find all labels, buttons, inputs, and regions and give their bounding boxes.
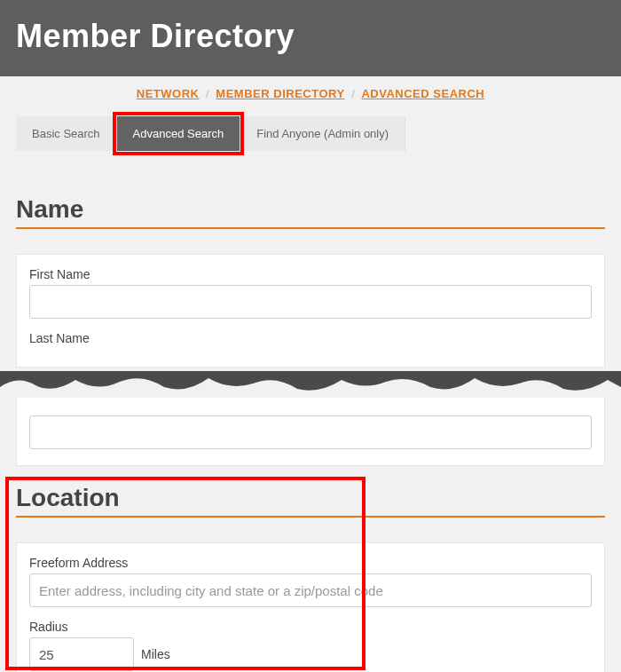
last-name-label: Last Name [29,331,592,345]
page-header: Member Directory [0,0,621,76]
obscured-input[interactable] [29,415,592,449]
radius-row: Miles [29,637,592,671]
location-section: Location Freeform Address Radius Miles [0,466,621,672]
breadcrumb-directory[interactable]: MEMBER DIRECTORY [216,87,344,100]
radius-label: Radius [29,620,592,634]
tab-advanced-search[interactable]: Advanced Search [117,116,241,151]
tab-find-anyone-admin[interactable]: Find Anyone (Admin only) [240,116,405,151]
freeform-address-input[interactable] [29,573,592,607]
radius-input[interactable] [29,637,134,671]
location-card: Freeform Address Radius Miles [16,542,605,672]
location-section-title: Location [16,484,605,518]
radius-unit: Miles [141,647,170,661]
obscured-label [29,398,592,410]
breadcrumb-advanced[interactable]: ADVANCED SEARCH [361,87,484,100]
name-card: First Name Last Name [16,254,605,368]
partial-card [16,398,605,466]
first-name-label: First Name [29,267,592,281]
torn-edge-decoration [0,371,621,398]
tab-basic-search[interactable]: Basic Search [16,116,117,151]
name-section-title: Name [16,195,605,229]
name-section: Name First Name Last Name [0,151,621,368]
address-label: Freeform Address [29,556,592,570]
breadcrumb-separator: / [351,87,355,100]
breadcrumb-network[interactable]: NETWORK [137,87,200,100]
first-name-input[interactable] [29,285,592,319]
breadcrumb: NETWORK / MEMBER DIRECTORY / ADVANCED SE… [0,76,621,116]
tabs-bar: Basic Search Advanced Search Find Anyone… [0,116,621,151]
breadcrumb-separator: / [206,87,209,100]
page-title: Member Directory [16,18,605,55]
